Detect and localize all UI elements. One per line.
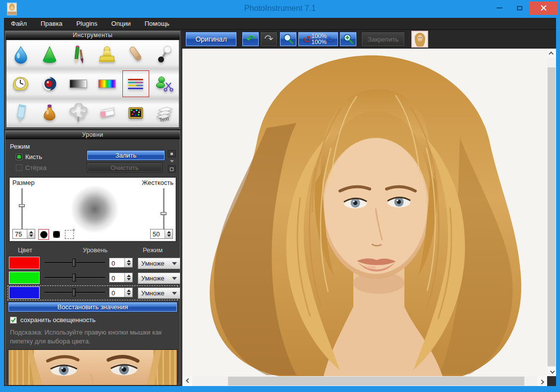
menu-options[interactable]: Опции <box>105 18 138 29</box>
green-level-slider[interactable] <box>45 273 105 282</box>
scroll-right-button[interactable] <box>537 376 547 386</box>
clear-button[interactable]: Очистить <box>87 163 163 172</box>
vertical-scrollbar[interactable] <box>547 49 556 376</box>
tool-drop[interactable] <box>6 40 35 69</box>
titlebar[interactable]: PhotoInstrument 7.1 <box>0 0 560 18</box>
red-mode-dropdown[interactable]: Умноже <box>138 258 180 269</box>
hardness-slider-track <box>163 188 165 230</box>
restore-values-button[interactable]: Восстановить значения <box>8 302 177 312</box>
menu-plugins[interactable]: Plugins <box>69 18 105 29</box>
tool-clone-scissors[interactable] <box>150 69 179 99</box>
zoom-out-button[interactable] <box>280 32 297 47</box>
zoom-level-display[interactable]: ↺ 100% 100% ↻ <box>298 32 338 47</box>
tool-pin[interactable] <box>150 40 179 69</box>
mini-top-button[interactable] <box>168 150 175 157</box>
zoom-in-icon <box>342 33 354 45</box>
mini-bottom-button[interactable] <box>168 166 175 172</box>
red-level-slider[interactable] <box>45 258 105 267</box>
tool-rainbow-gradient[interactable] <box>93 69 121 99</box>
tool-red-eye[interactable] <box>35 69 64 99</box>
scroll-left-button[interactable] <box>182 376 192 386</box>
keep-lightness-checkbox[interactable]: сохранить освещенность <box>10 316 96 324</box>
red-level-spinner[interactable]: 0 <box>109 258 133 268</box>
scroll-down-button[interactable] <box>547 367 556 376</box>
tool-denoise[interactable] <box>121 98 150 127</box>
svg-text:Text: Text <box>159 115 169 122</box>
hardness-slider-thumb[interactable] <box>161 212 167 215</box>
tool-eraser[interactable] <box>93 98 121 127</box>
spin-buttons[interactable] <box>124 273 132 282</box>
close-button[interactable] <box>529 1 558 15</box>
image-canvas[interactable] <box>182 49 547 376</box>
tool-grayscale-gradient[interactable] <box>64 69 93 99</box>
levels-panel: Уровни Режим Кисть Стёрка Залить Очистит… <box>5 130 180 385</box>
slider-thumb[interactable] <box>72 288 76 296</box>
image-thumbnail[interactable] <box>411 31 428 48</box>
photoinstrument-window: PhotoInstrument 7.1 Файл Правка Plugins … <box>0 0 560 392</box>
eraser-checkbox[interactable]: Стёрка <box>16 164 47 171</box>
horizontal-scroll-thumb[interactable] <box>228 377 524 386</box>
round-brush-button[interactable] <box>38 229 49 240</box>
image-toolbar: Оригинал ↶ ↷ ↺ 100% 100% ↻ Закрепить <box>181 30 556 49</box>
scroll-up-button[interactable] <box>547 49 556 57</box>
eraser-icon <box>97 103 117 123</box>
spin-buttons[interactable] <box>124 258 132 267</box>
tool-bottle[interactable] <box>35 98 64 127</box>
undo-button[interactable]: ↶ <box>242 32 259 47</box>
tool-stamp[interactable] <box>93 40 121 69</box>
green-mode-dropdown[interactable]: Умноже <box>138 273 180 284</box>
reset-zoom-icon: ↺ <box>303 34 311 45</box>
chevron-down-icon <box>550 369 555 374</box>
maximize-icon <box>517 6 522 10</box>
original-button[interactable]: Оригинал <box>185 32 237 47</box>
blue-mode-dropdown[interactable]: Умноже <box>138 287 180 299</box>
tool-smudge[interactable] <box>121 40 150 69</box>
tool-cone[interactable] <box>35 40 64 69</box>
tool-lamp[interactable] <box>64 98 93 127</box>
brush-checkbox-box <box>16 154 22 160</box>
hardness-value: 50 <box>151 229 165 238</box>
slider-thumb[interactable] <box>72 259 76 267</box>
redo-button[interactable]: ↷ <box>260 32 278 47</box>
zoom-in-button[interactable] <box>339 32 357 47</box>
size-spinner[interactable]: 75 <box>12 229 35 239</box>
size-slider-thumb[interactable] <box>19 204 25 207</box>
minimize-button[interactable] <box>490 1 509 15</box>
hardness-spinner[interactable]: 50 <box>150 229 173 239</box>
size-spin-buttons[interactable] <box>27 229 35 238</box>
eyes-preview-graphic <box>8 350 177 385</box>
size-slider[interactable] <box>18 188 25 230</box>
hardness-slider[interactable] <box>160 188 167 230</box>
brush-checkbox[interactable]: Кисть <box>16 153 42 161</box>
tool-tube[interactable] <box>6 98 35 127</box>
fill-button[interactable]: Залить <box>87 150 165 161</box>
menu-help[interactable]: Помощь <box>138 18 176 29</box>
blue-level-value: 0 <box>110 288 124 297</box>
marquee-brush-button[interactable] <box>65 230 74 239</box>
tool-clock[interactable] <box>6 69 35 99</box>
tool-levels[interactable] <box>121 69 150 99</box>
green-level-spinner[interactable]: 0 <box>109 273 133 282</box>
tools-panel-title: Инструменты <box>5 31 180 40</box>
tool-text-layers[interactable]: Text <box>150 98 179 127</box>
level-column-header: Уровень <box>70 246 120 254</box>
horizontal-scrollbar[interactable] <box>182 376 547 386</box>
menu-file[interactable]: Файл <box>4 18 34 29</box>
hardness-spin-buttons[interactable] <box>165 229 172 238</box>
blue-level-spinner[interactable]: 0 <box>109 287 133 297</box>
spin-buttons[interactable] <box>124 288 132 297</box>
maximize-button[interactable] <box>509 1 529 15</box>
tool-pencil-brush[interactable] <box>64 40 93 69</box>
pin-button[interactable]: Закрепить <box>361 32 405 47</box>
clone-scissors-icon <box>155 74 174 94</box>
blue-swatch[interactable] <box>9 286 40 299</box>
slider-thumb[interactable] <box>72 274 76 281</box>
red-swatch[interactable] <box>9 257 40 269</box>
green-swatch[interactable] <box>9 272 40 284</box>
square-brush-button[interactable] <box>51 229 62 240</box>
vertical-scroll-thumb[interactable] <box>548 67 556 366</box>
spin-down-icon <box>127 293 131 295</box>
zoom-y-value: 100% <box>311 39 327 45</box>
blue-level-slider[interactable] <box>45 288 105 297</box>
menu-edit[interactable]: Правка <box>34 18 69 29</box>
